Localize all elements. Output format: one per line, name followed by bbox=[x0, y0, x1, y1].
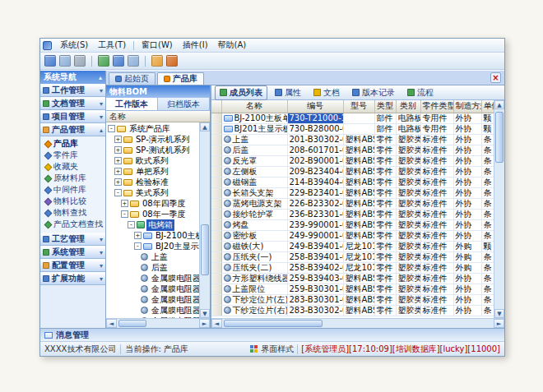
row-indicator[interactable] bbox=[211, 187, 221, 198]
table-row[interactable]: 长箱头支架229-B23401-00E塑料ABS零件塑胶类标准件外协条 bbox=[211, 187, 494, 198]
column-header[interactable]: 制造方式 bbox=[453, 100, 481, 113]
tree-node[interactable]: 金属膜电阻器 bbox=[106, 294, 199, 305]
table-cell[interactable]: 塑料ABS bbox=[343, 273, 374, 284]
bom-version-tab[interactable]: 工作版本 bbox=[106, 98, 158, 110]
table-cell[interactable]: 208-601701-01E bbox=[287, 145, 343, 155]
tree-node-label[interactable]: 美式系列 bbox=[134, 187, 170, 199]
table-row[interactable]: 蒸烤电源支架226-B23302-00E塑料ABS零件塑胶类标准件外协条 bbox=[211, 198, 494, 209]
tree-expander-icon[interactable]: + bbox=[114, 157, 122, 164]
tree-node-label[interactable]: 后盖 bbox=[150, 262, 169, 274]
row-indicator[interactable] bbox=[211, 155, 221, 166]
column-header[interactable]: 类型 bbox=[374, 100, 396, 113]
table-cell[interactable]: 外协 bbox=[453, 123, 481, 134]
row-indicator[interactable] bbox=[211, 294, 221, 305]
table-cell[interactable]: 零件 bbox=[374, 145, 396, 155]
tree-node[interactable]: -系统产品库 bbox=[106, 123, 199, 134]
table-cell[interactable]: 外协 bbox=[453, 219, 481, 230]
tree-node[interactable]: -BJ20主显示板 bbox=[106, 241, 199, 251]
tree-node-label[interactable]: 单把系列 bbox=[134, 166, 170, 178]
table-cell[interactable]: 塑胶类 bbox=[396, 198, 420, 209]
scroll-left-icon[interactable]: ◄ bbox=[211, 319, 222, 328]
tree-expander-icon[interactable]: - bbox=[128, 221, 135, 228]
table-cell[interactable]: 标准件 bbox=[420, 166, 453, 177]
row-indicator[interactable] bbox=[211, 305, 221, 316]
table-cell[interactable]: 零件 bbox=[374, 219, 396, 230]
table-cell[interactable]: 外协 bbox=[453, 305, 481, 316]
row-indicator[interactable] bbox=[211, 230, 221, 241]
table-cell[interactable]: 零件 bbox=[374, 155, 396, 166]
tree-node-label[interactable]: 金属膜电阻器 bbox=[150, 305, 199, 316]
column-header[interactable]: 名称 bbox=[221, 100, 287, 113]
menu-item[interactable]: 插件(I) bbox=[178, 39, 213, 52]
table-cell[interactable]: 塑料ABS bbox=[343, 230, 374, 241]
table-cell[interactable]: 外协 bbox=[453, 134, 481, 145]
table-cell[interactable]: 外协 bbox=[453, 113, 481, 123]
exit-icon[interactable] bbox=[166, 55, 178, 67]
column-header[interactable]: 型号 bbox=[343, 100, 374, 113]
table-cell[interactable]: 标准件 bbox=[420, 230, 453, 241]
table-cell[interactable]: 塑胶类 bbox=[396, 209, 420, 219]
row-indicator[interactable] bbox=[211, 209, 221, 219]
tree-horizontal-scrollbar[interactable]: ◄ ► bbox=[106, 318, 210, 328]
table-cell[interactable]: 外协 bbox=[453, 273, 481, 284]
table-cell[interactable]: 249-B39401-00E bbox=[287, 241, 343, 251]
menu-item[interactable]: 系统(S) bbox=[55, 39, 93, 52]
scroll-right-icon[interactable]: ► bbox=[494, 319, 504, 328]
tree-node[interactable]: 金属膜电阻器 bbox=[106, 305, 199, 316]
table-cell[interactable]: 塑料ABS bbox=[343, 209, 374, 219]
table-cell[interactable]: 外协 bbox=[453, 209, 481, 219]
menu-item[interactable]: 工具(T) bbox=[93, 39, 131, 52]
detail-tab[interactable]: 版本记录 bbox=[347, 85, 400, 100]
ui-style-label[interactable]: 界面样式 bbox=[261, 344, 294, 355]
table-cell[interactable]: 标准件 bbox=[420, 155, 453, 166]
table-cell[interactable]: 外协 bbox=[453, 166, 481, 177]
table-cell[interactable]: 236-B23301-00E bbox=[287, 209, 343, 219]
table-cell[interactable]: 塑料ABS bbox=[343, 134, 374, 145]
table-cell[interactable]: 条 bbox=[481, 305, 494, 316]
table-cell[interactable]: 外协 bbox=[453, 145, 481, 155]
table-cell[interactable]: 下纱定位片(左) bbox=[221, 294, 287, 305]
tree-expander-icon[interactable]: - bbox=[121, 210, 128, 218]
table-cell[interactable]: 蒸烤电源支架 bbox=[221, 198, 287, 209]
document-tab[interactable]: 起始页 bbox=[109, 72, 155, 85]
tree-hscroll-thumb[interactable] bbox=[118, 320, 146, 327]
table-row[interactable]: 密纱板249-990001-01E塑料ABS零件塑胶类标准件外协条 bbox=[211, 230, 494, 241]
table-cell[interactable]: BJ-2100主板单点 bbox=[221, 113, 287, 123]
table-cell[interactable]: 条 bbox=[481, 134, 494, 145]
table-cell[interactable]: 730-T21000-12E bbox=[287, 113, 343, 123]
scroll-up-icon[interactable]: ▲ bbox=[494, 100, 504, 109]
table-cell[interactable]: 201-B30302-00E bbox=[287, 134, 343, 145]
table-cell[interactable]: 塑胶类 bbox=[396, 230, 420, 241]
table-cell[interactable]: 上盖限位 bbox=[221, 284, 287, 294]
scroll-right-icon[interactable]: ► bbox=[199, 319, 210, 328]
table-cell[interactable]: 外购 bbox=[453, 241, 481, 251]
table-cell[interactable]: 标准件 bbox=[420, 187, 453, 198]
table-cell[interactable]: 专用件 bbox=[420, 113, 453, 123]
print-icon[interactable] bbox=[128, 55, 139, 67]
table-cell[interactable]: 颗 bbox=[481, 113, 494, 123]
table-cell[interactable]: 零件 bbox=[374, 241, 396, 251]
table-cell[interactable]: 外协 bbox=[453, 284, 481, 294]
sidebar-item[interactable]: 原材料库 bbox=[40, 173, 105, 184]
table-cell[interactable]: 标准件 bbox=[420, 284, 453, 294]
table-cell[interactable]: 塑胶类 bbox=[396, 145, 420, 155]
table-cell[interactable]: 外协 bbox=[453, 198, 481, 209]
table-hscroll-thumb[interactable] bbox=[224, 320, 323, 327]
tree-node[interactable]: -电烤箱 bbox=[106, 219, 199, 230]
table-cell[interactable]: 条 bbox=[481, 230, 494, 241]
table-cell[interactable]: 塑胶类 bbox=[396, 187, 420, 198]
table-cell[interactable]: 塑料ABS bbox=[343, 305, 374, 316]
row-indicator-header[interactable] bbox=[211, 100, 221, 113]
table-cell[interactable]: 258-B39402-00E bbox=[287, 262, 343, 273]
tree-column-header[interactable]: 名称 bbox=[106, 111, 210, 122]
table-vertical-scrollbar[interactable]: ▲ ▼ bbox=[494, 100, 504, 318]
table-cell[interactable]: 塑胶类 bbox=[396, 155, 420, 166]
table-cell[interactable]: 外购 bbox=[453, 262, 481, 273]
table-cell[interactable]: 标准件 bbox=[420, 177, 453, 187]
tree-node-label[interactable]: 金属膜电阻器 bbox=[150, 294, 199, 306]
tree-node-label[interactable]: 金属膜电阻器 bbox=[150, 273, 199, 284]
table-cell[interactable]: 零件 bbox=[374, 230, 396, 241]
tree-node[interactable]: +BJ-2100主板单点 bbox=[106, 230, 199, 241]
table-cell[interactable] bbox=[343, 113, 374, 123]
app-icon[interactable] bbox=[43, 41, 52, 50]
